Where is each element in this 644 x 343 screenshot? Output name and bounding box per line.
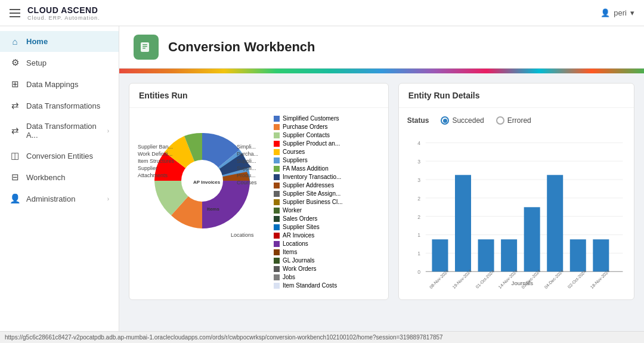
sidebar-label-setup: Setup xyxy=(26,58,47,67)
svg-rect-1 xyxy=(143,44,147,45)
sidebar-icon-conversion-entities: ◫ xyxy=(10,150,20,161)
legend-label-5: Suppliers xyxy=(283,157,308,163)
legend-dot-14 xyxy=(274,233,280,239)
bar-4 xyxy=(524,207,540,271)
legend-label-3: Supplier Product an... xyxy=(283,140,340,147)
bar-1 xyxy=(455,175,471,271)
sidebar-item-data-mappings[interactable]: ⊞ Data Mappings xyxy=(0,73,119,95)
legend-label-12: Sales Orders xyxy=(283,215,317,222)
pie-label-item-struct: Item Structures xyxy=(138,158,174,164)
legend-dot-19 xyxy=(274,274,280,280)
chevron-icon: › xyxy=(107,128,109,134)
pie-label-purcha: Purcha... xyxy=(237,151,258,157)
bar-chart: 4 3 3 2 2 1 1 0 xyxy=(407,134,626,289)
radio-errored[interactable]: Errored xyxy=(496,116,531,125)
legend-label-9: Supplier Site Assign... xyxy=(283,190,340,197)
sidebar-icon-data-transformations: ⇄ xyxy=(10,100,20,111)
user-menu[interactable]: 👤 peri ▾ xyxy=(600,8,634,17)
legend-dot-9 xyxy=(274,191,280,197)
sidebar-label-administration: Administration xyxy=(26,194,75,203)
legend-item-9: Supplier Site Assign... xyxy=(274,190,381,197)
legend-item-19: Jobs xyxy=(274,274,381,280)
legend-item-1: Purchase Orders xyxy=(274,123,381,130)
legend-dot-4 xyxy=(274,149,280,155)
legend-item-10: Supplier Business Cl... xyxy=(274,199,381,205)
pie-label-suppli1: Suppli... xyxy=(237,158,256,164)
sidebar-item-data-transformations[interactable]: ⇄ Data Transformations xyxy=(0,95,119,116)
legend-label-0: Simplified Customers xyxy=(283,115,339,122)
legend-dot-12 xyxy=(274,216,280,222)
pie-label-work-def: Work Definiti... xyxy=(138,151,172,157)
entities-run-body: AP Invoices Items Simpli... Purcha... Su… xyxy=(129,108,388,296)
svg-text:02-Oct-2024: 02-Oct-2024 xyxy=(566,269,587,289)
page-title: Conversion Workbench xyxy=(168,39,315,55)
legend-dot-7 xyxy=(274,174,280,180)
bar-7 xyxy=(593,239,609,271)
sidebar-item-data-transformation-a[interactable]: ⇄ Data Transformation A... › xyxy=(0,116,119,145)
sidebar-item-setup[interactable]: ⚙ Setup xyxy=(0,52,119,73)
legend-item-15: Locations xyxy=(274,240,381,247)
legend-dot-2 xyxy=(274,132,280,138)
radio-succeded[interactable]: Succeded xyxy=(441,116,484,125)
legend-dot-11 xyxy=(274,208,280,214)
entity-run-details-card: Entity Run Details Status Succeded Error… xyxy=(398,83,634,300)
svg-text:3: 3 xyxy=(417,159,420,165)
bar-2 xyxy=(478,239,494,271)
status-row: Status Succeded Errored xyxy=(407,116,626,125)
chevron-icon: › xyxy=(107,196,109,202)
legend-item-6: FA Mass Addition xyxy=(274,165,381,172)
legend-dot-17 xyxy=(274,258,280,264)
app-logo: CLOUD ASCEND Cloud. ERP. Automation. xyxy=(27,5,100,21)
svg-text:1: 1 xyxy=(417,251,420,257)
svg-text:3: 3 xyxy=(417,177,420,183)
legend-item-8: Supplier Addresses xyxy=(274,182,381,189)
hamburger-menu[interactable] xyxy=(10,9,20,17)
legend-item-7: Inventory Transactio... xyxy=(274,174,381,180)
sidebar-label-conversion-entities: Conversion Entities xyxy=(26,152,93,160)
legend-label-14: AR Invoices xyxy=(283,232,314,239)
bar-6 xyxy=(570,239,586,271)
legend-dot-3 xyxy=(274,141,280,147)
legend-label-16: Items xyxy=(283,249,297,255)
pie-legend: Simplified Customers Purchase Orders Sup… xyxy=(274,115,381,289)
pie-label-courses: Courses xyxy=(237,180,257,186)
legend-dot-15 xyxy=(274,241,280,247)
entity-run-details-title: Entity Run Details xyxy=(399,84,634,108)
sidebar-item-administration[interactable]: 👤 Administration › xyxy=(0,188,119,209)
sidebar-icon-home: ⌂ xyxy=(10,36,20,47)
pie-label-produ: Produ... xyxy=(237,172,256,178)
legend-label-6: FA Mass Addition xyxy=(283,165,329,172)
legend-dot-0 xyxy=(274,116,280,122)
sidebar-label-data-transformation-a: Data Transformation A... xyxy=(26,122,101,140)
entities-run-title: Entities Run xyxy=(129,84,388,108)
sidebar-item-conversion-entities[interactable]: ◫ Conversion Entities xyxy=(0,145,119,166)
pie-label-simpli: Simpli... xyxy=(237,144,256,150)
legend-item-5: Suppliers xyxy=(274,157,381,163)
legend-item-2: Supplier Contacts xyxy=(274,132,381,138)
pie-label-supplier3: Supplier xyxy=(138,165,157,171)
svg-rect-2 xyxy=(143,46,147,47)
legend-label-18: Work Orders xyxy=(283,265,317,272)
sidebar-label-data-mappings: Data Mappings xyxy=(26,80,78,89)
legend-item-3: Supplier Product an... xyxy=(274,140,381,147)
svg-text:0: 0 xyxy=(417,269,420,275)
sidebar-icon-data-transformation-a: ⇄ xyxy=(10,125,20,136)
sidebar-label-workbench: Workbench xyxy=(26,173,66,182)
svg-text:2: 2 xyxy=(417,214,420,220)
svg-text:AP Invoices: AP Invoices xyxy=(193,180,221,185)
banner-strip xyxy=(119,69,644,73)
pie-label-supplier-ban: Supplier Ban... xyxy=(138,144,173,150)
legend-item-12: Sales Orders xyxy=(274,215,381,222)
svg-rect-0 xyxy=(141,42,149,52)
sidebar-icon-setup: ⚙ xyxy=(10,57,20,68)
svg-text:2: 2 xyxy=(417,196,420,202)
header-left: CLOUD ASCEND Cloud. ERP. Automation. xyxy=(10,5,100,21)
sidebar: ⌂ Home ⚙ Setup ⊞ Data Mappings ⇄ Data Tr… xyxy=(0,26,119,343)
user-name: peri xyxy=(614,8,627,17)
legend-item-11: Worker xyxy=(274,207,381,214)
svg-text:Items: Items xyxy=(207,206,219,212)
sidebar-item-workbench[interactable]: ⊟ Workbench xyxy=(0,166,119,188)
status-label: Status xyxy=(407,116,429,125)
legend-label-13: Supplier Sites xyxy=(283,224,320,230)
sidebar-item-home[interactable]: ⌂ Home xyxy=(0,31,119,52)
